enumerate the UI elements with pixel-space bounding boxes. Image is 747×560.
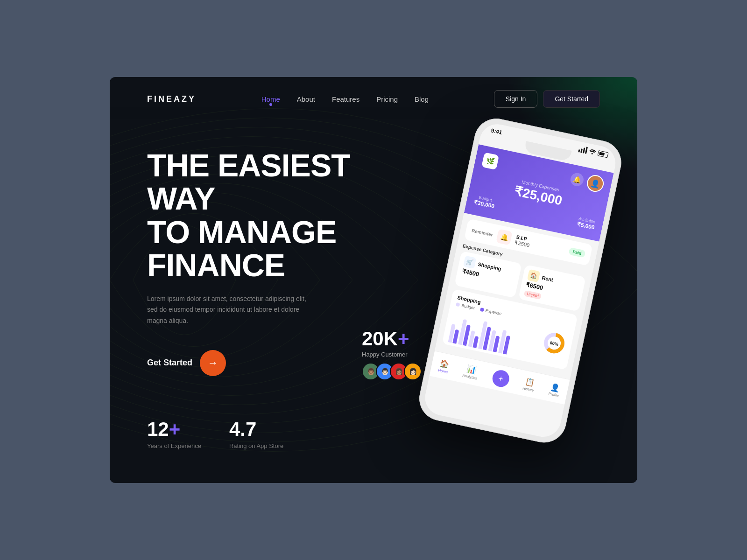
svg-text:80%: 80% (550, 341, 559, 347)
hero-title: THE EASIEST WAY TO MANAGE FINANCE (147, 149, 371, 282)
phone-screen: 9:41 (422, 121, 619, 440)
get-started-button[interactable]: Get Started → (147, 350, 371, 376)
nav-history-icon: 📋 (524, 377, 536, 387)
hero-left: THE EASIEST WAY TO MANAGE FINANCE Lorem … (147, 140, 371, 449)
phone-mockup: 9:41 (432, 124, 609, 450)
nav-link-about[interactable]: About (297, 95, 315, 103)
nav-links: Home About Features Pricing Blog (261, 95, 429, 103)
logo: FINEAZY (147, 94, 196, 104)
nav-profile-item: 👤 Profile (548, 382, 561, 398)
legend-budget-dot (456, 302, 460, 307)
hero-title-line1: THE EASIEST WAY (147, 147, 350, 216)
nav-profile-icon: 👤 (550, 382, 561, 393)
nav-link-blog[interactable]: Blog (415, 95, 429, 103)
phone-app-body: Reminder 🔔 S.I.P ₹2500 Paid Expense Cate… (435, 213, 599, 379)
getstarted-nav-button[interactable]: Get Started (543, 90, 600, 108)
rent-icon: 🏠 (527, 269, 540, 282)
nav-add-button[interactable]: + (491, 369, 511, 389)
nav-link-home[interactable]: Home (261, 95, 280, 103)
legend-expense-label: Expense (485, 308, 502, 316)
nav-link-features[interactable]: Features (332, 95, 359, 103)
stat-experience: 12+ Years of Experience (147, 418, 201, 449)
stat-rating-label: Rating on App Store (229, 442, 283, 449)
social-proof: 20K+ Happy Customer 👨🏽 👨🏻 👩🏽 👩🏻 (362, 328, 422, 380)
nav-analytics-label: Analytics (462, 373, 478, 380)
signin-button[interactable]: Sign In (494, 90, 538, 108)
nav-analytics-item: 📊 Analytics (462, 364, 480, 380)
hero-title-line2: TO MANAGE (147, 214, 336, 250)
get-started-arrow-circle: → (200, 350, 226, 376)
nav-analytics-icon: 📊 (466, 364, 477, 375)
hero-title-line3: FINANCE (147, 247, 285, 283)
customer-avatars: 👨🏽 👨🏻 👩🏽 👩🏻 (362, 363, 422, 380)
svg-point-0 (592, 153, 593, 154)
unpaid-badge: Unpaid (524, 290, 542, 300)
avatar-4: 👩🏻 (404, 363, 422, 380)
paid-badge: Paid (568, 247, 586, 258)
nav-home-icon: 🏠 (439, 359, 450, 370)
stats-row: 12+ Years of Experience 4.7 Rating on Ap… (147, 418, 371, 449)
legend-expense-dot (479, 308, 484, 312)
shopping-icon: 🛒 (463, 256, 476, 269)
stat-experience-label: Years of Experience (147, 442, 201, 449)
nav-home-label: Home (438, 368, 449, 374)
donut-chart: 80% (540, 329, 568, 357)
reminder-icon: 🔔 (496, 229, 513, 245)
phone-time: 9:41 (491, 127, 503, 136)
customers-count: 20K+ (362, 328, 422, 350)
nav-link-pricing[interactable]: Pricing (376, 95, 398, 103)
phone-status-icons (578, 145, 609, 158)
app-logo-icon: 🌿 (481, 152, 499, 170)
user-avatar-phone: 👤 (585, 174, 606, 194)
get-started-label: Get Started (147, 358, 192, 368)
nav-home-item: 🏠 Home (438, 358, 451, 374)
stat-rating-number: 4.7 (229, 418, 283, 441)
bell-icon: 🔔 (569, 172, 585, 187)
shopping-label: Shopping (478, 261, 502, 272)
navbar: FINEAZY Home About Features Pricing Blog… (110, 77, 637, 121)
customers-label: Happy Customer (362, 351, 422, 358)
legend-budget-label: Budget (461, 303, 475, 310)
phone-outer-shell: 9:41 (415, 114, 625, 447)
reminder-section-title: Reminder (471, 228, 493, 237)
nav-history-item: 📋 History (522, 377, 536, 393)
available-item: Available ₹5,000 (577, 216, 596, 231)
hero-subtitle: Lorem ipsum dolor sit amet, consectetur … (147, 294, 315, 327)
rent-label: Rent (541, 275, 553, 283)
reminder-info: S.I.P ₹2500 (514, 234, 531, 248)
stat-experience-number: 12+ (147, 418, 201, 441)
bar-group-mar (468, 330, 480, 348)
nav-buttons: Sign In Get Started (494, 90, 600, 108)
budget-item: Budget ₹30,000 (473, 194, 496, 210)
stat-rating: 4.7 Rating on App Store (229, 418, 283, 449)
